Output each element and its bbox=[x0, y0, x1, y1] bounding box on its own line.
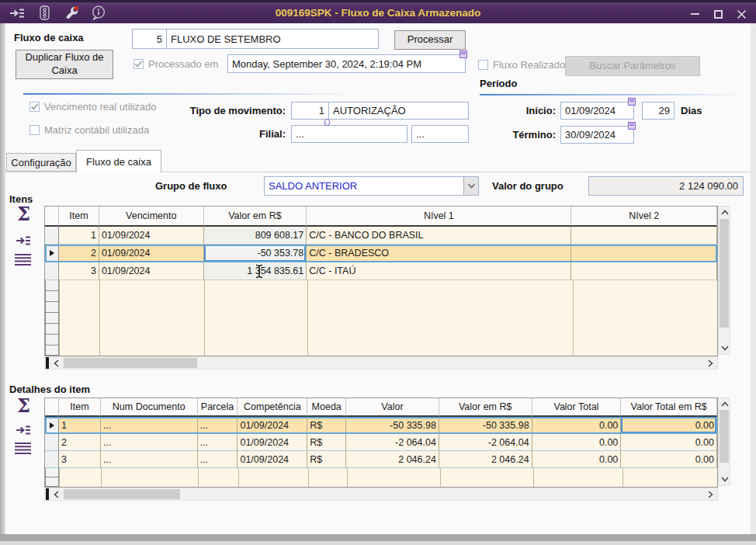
cell-parcela[interactable]: ... bbox=[198, 451, 238, 468]
cell-valor-total-rs[interactable]: 0.00 bbox=[621, 451, 717, 468]
cell-valor-focused[interactable]: -50 353.78 bbox=[204, 245, 307, 262]
scroll-down-button[interactable] bbox=[719, 474, 730, 485]
termino-value[interactable]: 30/09/2024 bbox=[561, 129, 633, 141]
cell-nivel2[interactable] bbox=[571, 262, 717, 280]
filial-field-1[interactable]: ... bbox=[291, 125, 407, 143]
scrollbar-thumb[interactable] bbox=[720, 219, 729, 328]
calendar-icon[interactable] bbox=[628, 98, 636, 106]
column-header[interactable]: Valor em R$ bbox=[439, 398, 532, 417]
filial-valor-1[interactable]: ... bbox=[292, 128, 407, 140]
processado-data-field[interactable]: Monday, September 30, 2024, 2:19:04 PM bbox=[227, 54, 466, 73]
cell-valor[interactable]: 809 608.17 bbox=[204, 227, 307, 245]
dias-value[interactable]: 29 bbox=[659, 105, 670, 116]
cell-item[interactable]: 1 bbox=[59, 227, 99, 245]
splitter-handle[interactable] bbox=[46, 488, 49, 500]
cell-nivel2[interactable] bbox=[571, 227, 717, 245]
menu-icon[interactable] bbox=[14, 442, 32, 458]
grupo-de-fluxo-select[interactable]: SALDO ANTERIOR bbox=[264, 176, 479, 196]
column-header[interactable]: Item bbox=[59, 398, 101, 417]
maximize-button[interactable] bbox=[711, 7, 725, 21]
cell-valor-rs[interactable]: -50 335.98 bbox=[439, 417, 532, 434]
column-header[interactable]: Valor em R$ bbox=[204, 207, 307, 227]
cell-parcela[interactable]: ... bbox=[198, 417, 238, 434]
cell-nivel1[interactable]: C/C - ITAÚ bbox=[307, 262, 571, 280]
column-header[interactable]: Item bbox=[59, 207, 99, 227]
row-selector[interactable] bbox=[45, 477, 59, 487]
processado-em-checkbox[interactable]: Processado em bbox=[134, 58, 218, 70]
calendar-icon[interactable] bbox=[459, 50, 467, 58]
scroll-up-button[interactable] bbox=[719, 207, 730, 218]
column-header[interactable]: Num Documento bbox=[101, 398, 198, 417]
inicio-value[interactable]: 01/09/2024 bbox=[561, 105, 633, 116]
scrollbar-thumb[interactable] bbox=[64, 489, 180, 499]
goto-record-icon[interactable] bbox=[9, 5, 25, 21]
row-selector[interactable] bbox=[45, 434, 59, 451]
table-row-selected[interactable]: 2 01/09/2024 -50 353.78 C/C - BRADESCO bbox=[45, 245, 717, 262]
tipo-movimento-nome[interactable]: AUTORIZAÇÃO bbox=[329, 105, 468, 116]
fluxo-numero-value[interactable]: 5 bbox=[133, 30, 167, 48]
row-selector[interactable] bbox=[45, 280, 59, 291]
row-selector-current[interactable] bbox=[45, 417, 59, 434]
column-header[interactable]: Nível 1 bbox=[307, 207, 571, 227]
fluxo-realizado-checkbox[interactable]: Fluxo Realizado bbox=[478, 59, 565, 71]
tipo-movimento-field[interactable]: 1 AUTORIZAÇÃO bbox=[291, 102, 469, 120]
sum-icon[interactable]: Σ bbox=[17, 397, 30, 415]
cell-num-documento[interactable]: ... bbox=[101, 417, 198, 434]
cell-valor-total-rs[interactable]: 0.00 bbox=[621, 434, 717, 451]
cell-item[interactable]: 1 bbox=[59, 417, 101, 434]
column-header[interactable]: Nível 2 bbox=[571, 207, 717, 227]
cell-competencia[interactable]: 01/09/2024 bbox=[238, 417, 307, 434]
tab-fluxo-de-caixa[interactable]: Fluxo de caixa bbox=[76, 150, 161, 172]
close-button[interactable] bbox=[734, 7, 748, 21]
cell-num-documento[interactable]: ... bbox=[101, 434, 198, 451]
column-header[interactable]: Moeda bbox=[307, 398, 346, 417]
dropdown-arrow-icon[interactable] bbox=[463, 177, 478, 195]
inicio-field[interactable]: 01/09/2024 bbox=[560, 102, 634, 120]
table-row[interactable]: 3 ... ... 01/09/2024 R$ 2 046.24 2 046.2… bbox=[45, 451, 717, 468]
row-selector[interactable] bbox=[45, 262, 59, 280]
processado-data-value[interactable]: Monday, September 30, 2024, 2:19:04 PM bbox=[228, 58, 465, 70]
cell-nivel2[interactable] bbox=[571, 245, 717, 262]
cell-valor-total[interactable]: 0.00 bbox=[532, 434, 622, 451]
cell-num-documento[interactable]: ... bbox=[101, 451, 198, 468]
row-selector[interactable] bbox=[45, 227, 59, 245]
tipo-movimento-numero[interactable]: 1 bbox=[292, 102, 329, 119]
cell-item[interactable]: 3 bbox=[59, 451, 101, 468]
scroll-up-button[interactable] bbox=[719, 398, 730, 410]
cell-moeda[interactable]: R$ bbox=[307, 417, 346, 434]
row-selector[interactable] bbox=[45, 324, 59, 335]
termino-field[interactable]: 30/09/2024 bbox=[560, 126, 634, 144]
fluxo-nome-value[interactable]: FLUXO DE SETEMBRO bbox=[167, 33, 378, 45]
cell-vencimento[interactable]: 01/09/2024 bbox=[99, 227, 204, 245]
calendar-icon[interactable] bbox=[628, 122, 636, 130]
scroll-down-button[interactable] bbox=[719, 342, 730, 354]
processar-button[interactable]: Processar bbox=[394, 30, 466, 50]
fluxo-de-caixa-field[interactable]: 5 FLUXO DE SETEMBRO bbox=[132, 29, 379, 49]
traffic-light-icon[interactable] bbox=[36, 5, 52, 21]
cell-vencimento[interactable]: 01/09/2024 bbox=[99, 262, 204, 280]
duplicar-fluxo-button[interactable]: Duplicar Fluxo de Caixa bbox=[16, 50, 113, 79]
cell-valor-total[interactable]: 0.00 bbox=[532, 451, 622, 468]
filial-field-2[interactable]: ... bbox=[411, 125, 469, 143]
cell-competencia[interactable]: 01/09/2024 bbox=[238, 451, 307, 468]
cell-valor-rs[interactable]: -2 064.04 bbox=[439, 434, 532, 451]
detalhes-vscrollbar[interactable] bbox=[718, 397, 730, 486]
scroll-right-button[interactable] bbox=[705, 488, 716, 500]
cell-valor-total-rs-focused[interactable]: 0.00 bbox=[621, 417, 717, 434]
cell-moeda[interactable]: R$ bbox=[307, 451, 346, 468]
cell-valor-rs[interactable]: 2 046.24 bbox=[439, 451, 532, 468]
splitter-handle[interactable] bbox=[46, 357, 49, 369]
row-selector[interactable] bbox=[45, 291, 59, 302]
scrollbar-thumb[interactable] bbox=[64, 358, 197, 368]
row-selector[interactable] bbox=[45, 345, 59, 356]
row-selector[interactable] bbox=[45, 335, 59, 345]
cell-valor[interactable]: 2 046.24 bbox=[346, 451, 439, 468]
goto-row-icon[interactable] bbox=[16, 425, 31, 439]
menu-icon[interactable] bbox=[14, 253, 32, 269]
table-row[interactable]: 2 ... ... 01/09/2024 R$ -2 064.04 -2 064… bbox=[45, 434, 717, 451]
row-selector[interactable] bbox=[45, 313, 59, 324]
column-header[interactable]: Valor Total em R$ bbox=[621, 398, 717, 417]
goto-row-icon[interactable] bbox=[16, 235, 31, 249]
scroll-left-button[interactable] bbox=[50, 488, 62, 500]
column-header[interactable]: Valor bbox=[346, 398, 439, 417]
